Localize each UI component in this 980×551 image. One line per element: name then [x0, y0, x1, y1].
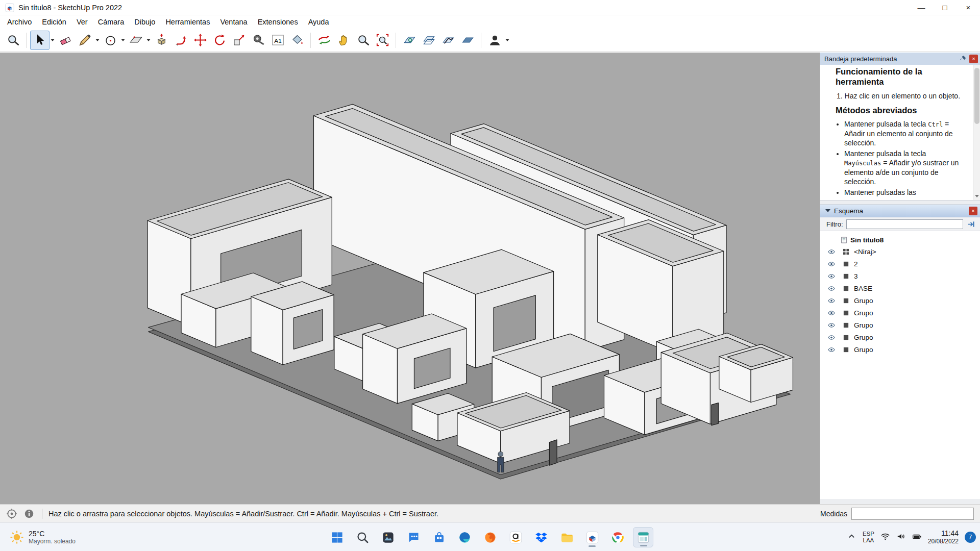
measurements-input[interactable]: [851, 508, 974, 520]
tree-item[interactable]: Grupo: [820, 294, 980, 307]
taskbar-clock[interactable]: 11:44 20/08/2022: [928, 529, 959, 545]
file-explorer-button[interactable]: [556, 527, 577, 547]
collapse-triangle-icon[interactable]: [825, 209, 830, 212]
menu-ayuda[interactable]: Ayuda: [303, 16, 334, 28]
tree-root[interactable]: Sin título8: [820, 234, 980, 245]
store-app-button[interactable]: [429, 527, 449, 547]
display-section-fill-tool[interactable]: [458, 31, 477, 50]
group-icon: [843, 273, 850, 280]
maximize-button[interactable]: □: [933, 0, 957, 15]
menu-herramientas[interactable]: Herramientas: [160, 16, 215, 28]
windows-start-button[interactable]: [327, 527, 347, 547]
tree-item[interactable]: Grupo: [820, 343, 980, 356]
zoom-extents-tool[interactable]: [373, 31, 392, 50]
visibility-eye-icon[interactable]: [827, 322, 837, 329]
outliner-close-icon[interactable]: ×: [969, 207, 977, 215]
outliner-header[interactable]: Esquema ×: [820, 205, 980, 217]
visibility-eye-icon[interactable]: [827, 261, 837, 267]
eraser-tool[interactable]: [56, 31, 75, 50]
chat-app-button[interactable]: [403, 527, 424, 547]
rectangle-tool-dropdown[interactable]: [145, 31, 152, 50]
visibility-eye-icon[interactable]: [827, 310, 837, 316]
volume-icon[interactable]: [896, 532, 906, 543]
menu-camara[interactable]: Cámara: [93, 16, 130, 28]
viewport-3d[interactable]: [0, 53, 820, 504]
minimize-button[interactable]: —: [910, 0, 933, 15]
amazon-app-button[interactable]: [505, 527, 526, 547]
close-button[interactable]: ×: [957, 0, 980, 15]
photos-app-button[interactable]: [378, 527, 398, 547]
pin-icon[interactable]: [959, 55, 967, 63]
account-dropdown[interactable]: [504, 31, 510, 50]
tree-item[interactable]: Grupo: [820, 331, 980, 343]
group-icon: [843, 310, 850, 316]
move-tool[interactable]: [190, 31, 210, 50]
select-tool[interactable]: [30, 31, 50, 50]
circle-tool[interactable]: [101, 31, 120, 50]
push-pull-tool[interactable]: [152, 31, 171, 50]
orbit-tool[interactable]: [314, 31, 334, 50]
menu-dibujo[interactable]: Dibujo: [129, 16, 160, 28]
tree-item[interactable]: 3: [820, 270, 980, 282]
shortcut-item: Mantener pulsada la tecla Mayúsculas = A…: [844, 149, 965, 186]
follow-me-tool[interactable]: [171, 31, 190, 50]
display-section-cuts-tool[interactable]: [438, 31, 458, 50]
model-3d-canvas[interactable]: [0, 53, 820, 504]
instructor-step: 1. Haz clic en un elemento o un objeto.: [836, 91, 965, 101]
select-tool-dropdown[interactable]: [50, 31, 56, 50]
rectangle-tool[interactable]: [126, 31, 145, 50]
geolocation-status-icon[interactable]: [6, 508, 17, 519]
rotate-tool[interactable]: [210, 31, 229, 50]
magnifier-tool[interactable]: [3, 31, 22, 50]
firefox-app-button[interactable]: [480, 527, 500, 547]
wifi-icon[interactable]: [880, 532, 890, 543]
instructor-scrollbar[interactable]: [973, 65, 980, 201]
text-tool[interactable]: A1: [268, 31, 287, 50]
visibility-eye-icon[interactable]: [827, 297, 837, 304]
tree-item[interactable]: <Niraj>: [820, 245, 980, 258]
menu-ventana[interactable]: Ventana: [215, 16, 252, 28]
paint-bucket-tool[interactable]: [287, 31, 307, 50]
visibility-eye-icon[interactable]: [827, 346, 837, 353]
edge-app-button[interactable]: [454, 527, 475, 547]
default-tray-panel: Bandeja predeterminada × Funcionamiento …: [820, 53, 980, 504]
battery-icon[interactable]: [912, 532, 922, 543]
tray-chevron-icon[interactable]: [847, 532, 856, 543]
taskbar-search-button[interactable]: [352, 527, 373, 547]
section-plane-tool[interactable]: [400, 31, 419, 50]
tray-close-icon[interactable]: ×: [969, 55, 978, 63]
scroll-down-icon[interactable]: [973, 192, 980, 199]
tree-item[interactable]: Grupo: [820, 319, 980, 331]
tree-item[interactable]: BASE: [820, 282, 980, 294]
layout-app-button[interactable]: [633, 527, 653, 547]
filter-details-button[interactable]: [966, 219, 976, 229]
circle-tool-dropdown[interactable]: [120, 31, 126, 50]
sketchup-taskbar-button[interactable]: [582, 527, 602, 547]
visibility-eye-icon[interactable]: [827, 334, 837, 341]
visibility-eye-icon[interactable]: [827, 285, 837, 292]
filter-input[interactable]: [846, 219, 964, 229]
tree-item[interactable]: 2: [820, 258, 980, 270]
menu-edicion[interactable]: Edición: [37, 16, 71, 28]
zoom-tool[interactable]: [353, 31, 373, 50]
visibility-eye-icon[interactable]: [827, 248, 837, 255]
taskbar-weather[interactable]: 25°C Mayorm. soleado: [5, 523, 80, 551]
dropbox-app-button[interactable]: [531, 527, 551, 547]
line-tool[interactable]: [75, 31, 94, 50]
menu-ver[interactable]: Ver: [71, 16, 93, 28]
menu-extensiones[interactable]: Extensiones: [253, 16, 303, 28]
scrollbar-thumb[interactable]: [974, 68, 979, 124]
line-tool-dropdown[interactable]: [94, 31, 101, 50]
notification-count-badge[interactable]: 7: [965, 532, 976, 543]
account-button[interactable]: [485, 31, 504, 50]
tree-item[interactable]: Grupo: [820, 307, 980, 319]
menu-archivo[interactable]: Archivo: [2, 16, 37, 28]
scale-tool[interactable]: [229, 31, 249, 50]
chrome-app-button[interactable]: [607, 527, 628, 547]
visibility-eye-icon[interactable]: [827, 273, 837, 280]
info-status-icon[interactable]: [23, 508, 35, 519]
display-section-planes-tool[interactable]: [419, 31, 438, 50]
tape-measure-tool[interactable]: [249, 31, 268, 50]
pan-tool[interactable]: [334, 31, 353, 50]
language-indicator[interactable]: ESP LAA: [863, 531, 874, 544]
